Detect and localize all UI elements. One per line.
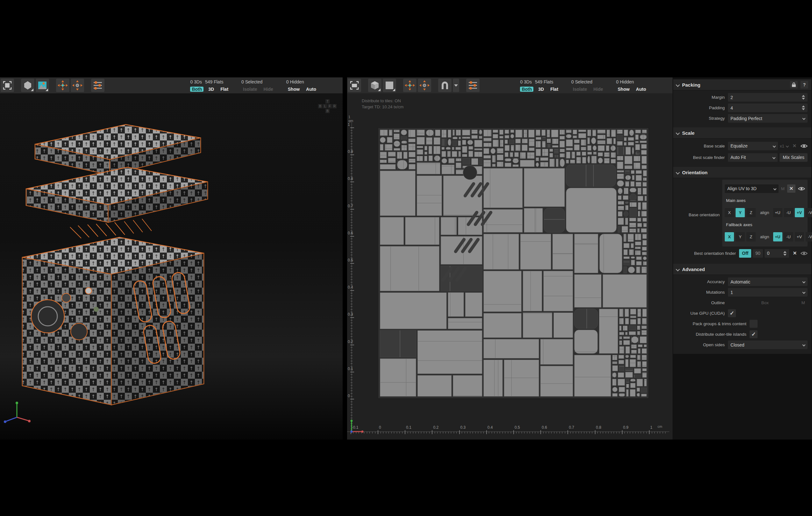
section-header-orientation[interactable]: Orientation <box>673 167 811 178</box>
lock-icon <box>792 82 796 87</box>
texture-display-button[interactable] <box>36 79 49 92</box>
strategy-dropdown[interactable]: Padding Perfect <box>728 114 808 123</box>
ruler-tick <box>351 290 352 290</box>
ruler-tick <box>351 146 352 147</box>
open-sides-dropdown[interactable]: Closed <box>728 341 808 349</box>
ruler-label: 0.9 <box>623 425 629 430</box>
padding-stepper[interactable] <box>802 106 805 110</box>
view-left-button[interactable]: L <box>323 104 327 109</box>
main-dir-plus-v-button[interactable]: +V <box>795 208 804 217</box>
mode-3d-button[interactable]: 3D <box>207 87 215 92</box>
base-scale-dropdown[interactable]: Equalize <box>728 142 778 150</box>
ruler-tick <box>652 432 652 433</box>
ruler-tick <box>451 432 451 433</box>
main-dir-minus-u-button[interactable]: -U <box>784 208 793 217</box>
mode-both-button[interactable]: Both <box>190 87 203 92</box>
clear-orientation-button[interactable]: ✕ <box>787 184 795 193</box>
main-axes-row: X Y Z align +U -U +V -V <box>725 206 805 219</box>
orientation-finder-input[interactable]: 0 <box>764 249 789 258</box>
best-scale-finder-dropdown[interactable]: Auto Fit <box>728 153 778 162</box>
eye-icon[interactable] <box>801 251 808 256</box>
fallback-dir-minus-u-button[interactable]: -U <box>784 232 793 241</box>
auto-button[interactable]: Auto <box>304 87 318 92</box>
ruler-tick <box>619 432 619 433</box>
magnet-snap-button[interactable] <box>438 79 452 92</box>
fallback-axis-x-button[interactable]: X <box>725 232 734 241</box>
pack-settings-button[interactable] <box>91 79 105 92</box>
screenshot-frame-button[interactable] <box>1 79 14 92</box>
hide-button[interactable]: Hide <box>592 87 604 92</box>
clear-base-scale-button[interactable]: ✕ <box>790 142 799 150</box>
main-dir-minus-v-button[interactable]: -V <box>806 208 812 217</box>
fallback-dir-minus-v-button[interactable]: -V <box>806 232 812 241</box>
chevron-down-icon[interactable] <box>786 144 789 147</box>
margin-input[interactable]: 2 <box>728 93 808 102</box>
cube-display-button[interactable] <box>368 79 381 92</box>
fallback-dir-plus-u-button[interactable]: +U <box>773 232 782 241</box>
main-dir-plus-u-button[interactable]: +U <box>773 208 782 217</box>
flat-display-button[interactable] <box>383 79 396 92</box>
lock-button[interactable] <box>790 81 798 89</box>
fallback-axis-z-button[interactable]: Z <box>746 232 756 241</box>
uv-tile-map[interactable] <box>378 127 649 399</box>
fallback-axis-y-button[interactable]: Y <box>735 232 745 241</box>
isolate-button[interactable]: Isolate <box>571 87 588 92</box>
ruler-tick <box>475 432 476 433</box>
polygon-display-button[interactable] <box>21 79 34 92</box>
screenshot-frame-button-uv[interactable] <box>348 79 361 92</box>
pack-all-button[interactable] <box>71 79 84 92</box>
view-right-button[interactable]: R <box>332 104 337 109</box>
main-axis-z-button[interactable]: Z <box>746 208 756 217</box>
viewport-3d[interactable]: ↑ ↑ ↑ ↑ <box>0 93 343 439</box>
fallback-dir-plus-v-button[interactable]: +V <box>795 232 804 241</box>
section-header-advanced[interactable]: Advanced <box>673 264 811 275</box>
view-back-button[interactable]: B <box>318 104 323 109</box>
show-button[interactable]: Show <box>286 87 301 92</box>
view-bottom-button[interactable]: B <box>325 109 330 113</box>
mix-scales-button[interactable]: Mix Scales <box>780 153 808 162</box>
eye-icon[interactable] <box>801 144 808 148</box>
view-cross-widget[interactable]: T B L F R B <box>318 99 337 116</box>
ruler-tick <box>405 432 405 433</box>
viewport-uv[interactable]: Distribute to tiles: ON Target TD: 10.24… <box>347 93 672 439</box>
magnet-options-button[interactable] <box>453 79 459 92</box>
eye-icon[interactable] <box>798 186 805 191</box>
section-header-scale[interactable]: Scale <box>673 127 811 139</box>
distribute-outer-checkbox[interactable]: ✓ <box>750 330 758 338</box>
orientation-finder-off-button[interactable]: Off <box>739 249 751 258</box>
chevron-down-icon <box>676 267 680 271</box>
auto-button[interactable]: Auto <box>634 87 648 92</box>
mode-3d-button[interactable]: 3D <box>536 87 546 92</box>
mode-both-button[interactable]: Both <box>520 87 533 92</box>
view-front-button[interactable]: F <box>327 104 332 109</box>
ruler-tick <box>481 432 481 433</box>
chevron-down-icon <box>803 280 806 284</box>
hide-button[interactable]: Hide <box>262 87 274 92</box>
view-top-button[interactable]: T <box>325 99 330 104</box>
pack-selected-button[interactable] <box>56 79 69 92</box>
clear-finder-button[interactable]: ✕ <box>791 249 799 257</box>
padding-input[interactable]: 4 <box>728 104 808 112</box>
ruler-tick: cm <box>658 425 662 428</box>
orientation-finder-stepper[interactable] <box>783 251 786 256</box>
mode-flat-button[interactable]: Flat <box>549 87 560 92</box>
ruler-tick <box>351 312 352 312</box>
main-axis-y-button[interactable]: Y <box>735 208 745 217</box>
help-button[interactable]: ? <box>801 81 808 89</box>
mode-flat-button[interactable]: Flat <box>219 87 230 92</box>
pack-groups-checkbox[interactable] <box>750 320 758 328</box>
pack-settings-button-uv[interactable] <box>466 79 480 92</box>
isolate-button[interactable]: Isolate <box>241 87 259 92</box>
mutations-dropdown[interactable]: 1 <box>728 288 808 296</box>
pack-selected-button-uv[interactable] <box>403 79 416 92</box>
pack-all-button-uv[interactable] <box>418 79 431 92</box>
margin-stepper[interactable] <box>802 95 805 100</box>
axis-gizmo-uv <box>348 419 364 435</box>
ruler-tick <box>565 432 565 433</box>
main-axis-x-button[interactable]: X <box>725 208 734 217</box>
align-mode-dropdown[interactable]: Align UV to 3D <box>725 184 779 193</box>
use-gpu-checkbox[interactable]: ✓ <box>728 309 736 317</box>
section-header-packing[interactable]: Packing ? <box>673 79 811 90</box>
accuracy-dropdown[interactable]: Automatic <box>728 278 808 286</box>
show-button[interactable]: Show <box>616 87 631 92</box>
